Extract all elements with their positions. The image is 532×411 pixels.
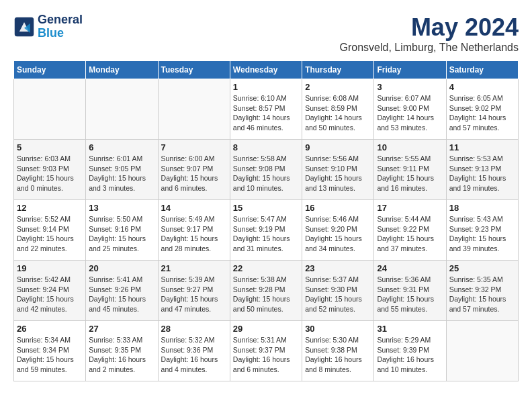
day-info: Sunrise: 6:00 AM Sunset: 9:07 PM Dayligh… bbox=[161, 154, 227, 193]
calendar-cell: 21Sunrise: 5:39 AM Sunset: 9:27 PM Dayli… bbox=[158, 261, 230, 321]
logo: General Blue bbox=[13, 13, 83, 40]
location-title: Gronsveld, Limburg, The Netherlands bbox=[339, 42, 519, 54]
day-info: Sunrise: 5:39 AM Sunset: 9:27 PM Dayligh… bbox=[161, 275, 227, 314]
calendar-cell: 22Sunrise: 5:38 AM Sunset: 9:28 PM Dayli… bbox=[230, 261, 302, 321]
calendar-cell: 17Sunrise: 5:44 AM Sunset: 9:22 PM Dayli… bbox=[374, 200, 446, 261]
day-number: 21 bbox=[161, 263, 227, 273]
calendar-cell: 11Sunrise: 5:53 AM Sunset: 9:13 PM Dayli… bbox=[446, 140, 518, 200]
day-info: Sunrise: 5:55 AM Sunset: 9:11 PM Dayligh… bbox=[377, 154, 443, 193]
day-number: 20 bbox=[89, 263, 154, 273]
day-info: Sunrise: 5:34 AM Sunset: 9:34 PM Dayligh… bbox=[17, 335, 83, 375]
calendar-cell bbox=[14, 79, 86, 140]
day-info: Sunrise: 5:38 AM Sunset: 9:28 PM Dayligh… bbox=[233, 275, 299, 314]
day-info: Sunrise: 5:31 AM Sunset: 9:37 PM Dayligh… bbox=[233, 335, 299, 375]
title-block: May 2024 Gronsveld, Limburg, The Netherl… bbox=[339, 13, 519, 54]
day-info: Sunrise: 5:47 AM Sunset: 9:19 PM Dayligh… bbox=[233, 214, 299, 254]
calendar-cell: 25Sunrise: 5:35 AM Sunset: 9:32 PM Dayli… bbox=[446, 261, 518, 321]
month-title: May 2024 bbox=[339, 13, 519, 42]
day-number: 25 bbox=[449, 263, 515, 273]
day-info: Sunrise: 5:49 AM Sunset: 9:17 PM Dayligh… bbox=[161, 214, 227, 254]
calendar-cell: 31Sunrise: 5:29 AM Sunset: 9:39 PM Dayli… bbox=[374, 321, 446, 381]
day-info: Sunrise: 5:29 AM Sunset: 9:39 PM Dayligh… bbox=[377, 335, 443, 375]
day-info: Sunrise: 5:41 AM Sunset: 9:26 PM Dayligh… bbox=[89, 275, 154, 314]
day-info: Sunrise: 5:58 AM Sunset: 9:08 PM Dayligh… bbox=[233, 154, 299, 193]
calendar-cell: 6Sunrise: 6:01 AM Sunset: 9:05 PM Daylig… bbox=[86, 140, 158, 200]
calendar-cell: 16Sunrise: 5:46 AM Sunset: 9:20 PM Dayli… bbox=[302, 200, 374, 261]
day-info: Sunrise: 5:56 AM Sunset: 9:10 PM Dayligh… bbox=[305, 154, 371, 193]
logo-icon bbox=[13, 16, 35, 38]
calendar-cell: 4Sunrise: 6:05 AM Sunset: 9:02 PM Daylig… bbox=[446, 79, 518, 140]
day-number: 17 bbox=[377, 203, 443, 213]
calendar-cell: 23Sunrise: 5:37 AM Sunset: 9:30 PM Dayli… bbox=[302, 261, 374, 321]
day-info: Sunrise: 5:43 AM Sunset: 9:23 PM Dayligh… bbox=[449, 214, 515, 254]
day-number: 7 bbox=[161, 142, 227, 152]
weekday-header-monday: Monday bbox=[86, 61, 158, 79]
calendar-cell: 18Sunrise: 5:43 AM Sunset: 9:23 PM Dayli… bbox=[446, 200, 518, 261]
calendar-cell: 28Sunrise: 5:32 AM Sunset: 9:36 PM Dayli… bbox=[158, 321, 230, 381]
calendar-cell bbox=[86, 79, 158, 140]
weekday-header-thursday: Thursday bbox=[302, 61, 374, 79]
calendar-cell: 15Sunrise: 5:47 AM Sunset: 9:19 PM Dayli… bbox=[230, 200, 302, 261]
day-number: 28 bbox=[161, 324, 227, 334]
day-info: Sunrise: 6:07 AM Sunset: 9:00 PM Dayligh… bbox=[377, 93, 443, 133]
day-info: Sunrise: 6:10 AM Sunset: 8:57 PM Dayligh… bbox=[233, 93, 299, 133]
day-number: 15 bbox=[233, 203, 299, 213]
calendar-cell: 1Sunrise: 6:10 AM Sunset: 8:57 PM Daylig… bbox=[230, 79, 302, 140]
day-info: Sunrise: 5:37 AM Sunset: 9:30 PM Dayligh… bbox=[305, 275, 371, 314]
day-number: 30 bbox=[305, 324, 371, 334]
calendar-cell: 14Sunrise: 5:49 AM Sunset: 9:17 PM Dayli… bbox=[158, 200, 230, 261]
day-info: Sunrise: 5:42 AM Sunset: 9:24 PM Dayligh… bbox=[17, 275, 83, 314]
weekday-header-saturday: Saturday bbox=[446, 61, 518, 79]
day-number: 6 bbox=[89, 142, 154, 152]
calendar-cell: 12Sunrise: 5:52 AM Sunset: 9:14 PM Dayli… bbox=[14, 200, 86, 261]
calendar-cell: 13Sunrise: 5:50 AM Sunset: 9:16 PM Dayli… bbox=[86, 200, 158, 261]
day-number: 24 bbox=[377, 263, 443, 273]
day-info: Sunrise: 5:46 AM Sunset: 9:20 PM Dayligh… bbox=[305, 214, 371, 254]
day-info: Sunrise: 5:30 AM Sunset: 9:38 PM Dayligh… bbox=[305, 335, 371, 375]
day-number: 14 bbox=[161, 203, 227, 213]
day-number: 16 bbox=[305, 203, 371, 213]
day-number: 18 bbox=[449, 203, 515, 213]
day-info: Sunrise: 5:36 AM Sunset: 9:31 PM Dayligh… bbox=[377, 275, 443, 314]
week-row-4: 19Sunrise: 5:42 AM Sunset: 9:24 PM Dayli… bbox=[14, 261, 519, 321]
calendar-cell: 7Sunrise: 6:00 AM Sunset: 9:07 PM Daylig… bbox=[158, 140, 230, 200]
day-info: Sunrise: 6:05 AM Sunset: 9:02 PM Dayligh… bbox=[449, 93, 515, 133]
week-row-3: 12Sunrise: 5:52 AM Sunset: 9:14 PM Dayli… bbox=[14, 200, 519, 261]
page-header: General Blue May 2024 Gronsveld, Limburg… bbox=[13, 13, 519, 54]
calendar-cell: 5Sunrise: 6:03 AM Sunset: 9:03 PM Daylig… bbox=[14, 140, 86, 200]
day-info: Sunrise: 6:03 AM Sunset: 9:03 PM Dayligh… bbox=[17, 154, 83, 193]
day-number: 31 bbox=[377, 324, 443, 334]
weekday-header-sunday: Sunday bbox=[14, 61, 86, 79]
week-row-5: 26Sunrise: 5:34 AM Sunset: 9:34 PM Dayli… bbox=[14, 321, 519, 381]
week-row-2: 5Sunrise: 6:03 AM Sunset: 9:03 PM Daylig… bbox=[14, 140, 519, 200]
weekday-header-tuesday: Tuesday bbox=[158, 61, 230, 79]
day-number: 8 bbox=[233, 142, 299, 152]
day-number: 22 bbox=[233, 263, 299, 273]
day-number: 9 bbox=[305, 142, 371, 152]
calendar-cell: 9Sunrise: 5:56 AM Sunset: 9:10 PM Daylig… bbox=[302, 140, 374, 200]
day-info: Sunrise: 5:50 AM Sunset: 9:16 PM Dayligh… bbox=[89, 214, 154, 254]
calendar-cell: 10Sunrise: 5:55 AM Sunset: 9:11 PM Dayli… bbox=[374, 140, 446, 200]
day-number: 11 bbox=[449, 142, 515, 152]
weekday-header-friday: Friday bbox=[374, 61, 446, 79]
day-number: 13 bbox=[89, 203, 154, 213]
day-info: Sunrise: 6:01 AM Sunset: 9:05 PM Dayligh… bbox=[89, 154, 154, 193]
day-info: Sunrise: 5:32 AM Sunset: 9:36 PM Dayligh… bbox=[161, 335, 227, 375]
day-number: 3 bbox=[377, 82, 443, 92]
day-number: 2 bbox=[305, 82, 371, 92]
day-number: 12 bbox=[17, 203, 83, 213]
calendar-cell bbox=[158, 79, 230, 140]
logo-text-line1: General bbox=[38, 13, 83, 27]
calendar-table: SundayMondayTuesdayWednesdayThursdayFrid… bbox=[13, 60, 519, 381]
calendar-cell: 30Sunrise: 5:30 AM Sunset: 9:38 PM Dayli… bbox=[302, 321, 374, 381]
day-number: 23 bbox=[305, 263, 371, 273]
day-number: 29 bbox=[233, 324, 299, 334]
calendar-cell: 26Sunrise: 5:34 AM Sunset: 9:34 PM Dayli… bbox=[14, 321, 86, 381]
weekday-header-row: SundayMondayTuesdayWednesdayThursdayFrid… bbox=[14, 61, 519, 79]
weekday-header-wednesday: Wednesday bbox=[230, 61, 302, 79]
day-number: 10 bbox=[377, 142, 443, 152]
calendar-cell: 2Sunrise: 6:08 AM Sunset: 8:59 PM Daylig… bbox=[302, 79, 374, 140]
day-info: Sunrise: 5:33 AM Sunset: 9:35 PM Dayligh… bbox=[89, 335, 154, 375]
day-number: 27 bbox=[89, 324, 154, 334]
calendar-cell: 29Sunrise: 5:31 AM Sunset: 9:37 PM Dayli… bbox=[230, 321, 302, 381]
